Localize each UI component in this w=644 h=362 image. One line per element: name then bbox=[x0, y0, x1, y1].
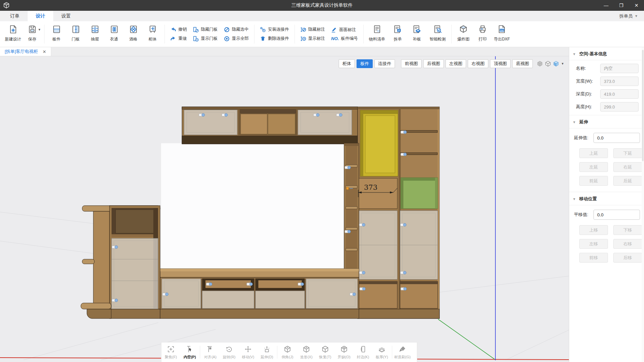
extend-tool[interactable]: 延伸(D) bbox=[257, 342, 276, 362]
user-role-label: 拆单员 bbox=[619, 13, 633, 19]
new-design-button[interactable]: 新建设计 bbox=[3, 21, 23, 47]
bom-button[interactable]: 物料清单 bbox=[366, 21, 388, 47]
show-dimension-button[interactable]: 显示标注 bbox=[300, 36, 325, 42]
clothes-rail-button[interactable]: 衣通 bbox=[104, 21, 124, 47]
tab-order[interactable]: 订单 bbox=[2, 11, 28, 21]
install-connector-button[interactable]: 安装连接件 bbox=[260, 27, 289, 33]
move-value-input[interactable] bbox=[593, 210, 640, 220]
hide-selected-button[interactable]: 隐藏选中 bbox=[224, 27, 249, 33]
move-front-button[interactable]: 前移 bbox=[579, 253, 608, 263]
save-button[interactable]: ▼ 保存 bbox=[23, 21, 42, 47]
patch-panel-button[interactable]: 补板 bbox=[407, 21, 427, 47]
section-header-move[interactable]: ▼ 移动位置 bbox=[569, 192, 644, 205]
hide-dimension-button[interactable]: 隐藏标注 bbox=[300, 27, 325, 33]
scrollbar-thumb[interactable] bbox=[642, 50, 644, 161]
width-field[interactable] bbox=[600, 77, 639, 86]
split-order-icon bbox=[393, 24, 402, 35]
shape-tool[interactable]: 造形(X) bbox=[297, 342, 316, 362]
chevron-down-icon[interactable]: ▼ bbox=[573, 197, 576, 201]
mode-panel-button[interactable]: 板件 bbox=[357, 59, 373, 68]
focus-icon bbox=[167, 345, 175, 353]
extend-down-button[interactable]: 下延 bbox=[613, 148, 642, 158]
document-tab[interactable]: [拆单]客厅电视柜 ✕ bbox=[0, 47, 51, 56]
render-wireframe-cube-icon[interactable] bbox=[545, 60, 551, 67]
mode-cabinet-button[interactable]: 柜体 bbox=[339, 59, 355, 68]
cabinet-body-button[interactable]: 柜体 bbox=[143, 21, 162, 47]
tab-design[interactable]: 设计 bbox=[28, 11, 53, 21]
material-brush-tool[interactable]: 材质刷(G) bbox=[393, 342, 412, 362]
highlight-green-cell[interactable] bbox=[401, 178, 438, 209]
view-left-button[interactable]: 左视图 bbox=[446, 59, 466, 68]
extend-up-button[interactable]: 上延 bbox=[579, 148, 608, 158]
restore-tool[interactable]: 恢复(T) bbox=[316, 342, 335, 362]
move-down-button[interactable]: 下移 bbox=[613, 225, 642, 235]
show-door-button[interactable]: 显示门板 bbox=[193, 36, 218, 42]
split-order-button[interactable]: 拆单 bbox=[388, 21, 407, 47]
section-header-extend[interactable]: ▼ 延伸 bbox=[569, 115, 644, 128]
print-button[interactable]: 打印 bbox=[473, 21, 492, 47]
chamfer-tool[interactable]: 倒角(J) bbox=[278, 342, 297, 362]
tall-cabinet-right[interactable] bbox=[358, 107, 439, 319]
scrollbar[interactable] bbox=[642, 47, 644, 362]
drawer-button[interactable]: 抽屉 bbox=[85, 21, 104, 47]
middle-shelf-column[interactable] bbox=[344, 143, 359, 271]
ribbon-toolbar: 新建设计 ▼ 保存 板件 bbox=[0, 21, 644, 47]
move-up-button[interactable]: 上移 bbox=[579, 225, 608, 235]
move-back-button[interactable]: 后移 bbox=[613, 253, 642, 263]
chevron-down-icon[interactable]: ▼ bbox=[573, 52, 576, 56]
mode-connector-button[interactable]: 连接件 bbox=[374, 59, 395, 68]
extend-right-button[interactable]: 右延 bbox=[613, 162, 642, 172]
view-back-button[interactable]: 后视图 bbox=[423, 59, 444, 68]
redo-button[interactable]: 重做 bbox=[170, 36, 187, 42]
inner-space-tool[interactable]: 内空(P) bbox=[180, 342, 199, 362]
view-bottom-button[interactable]: 底视图 bbox=[512, 59, 533, 68]
view-front-button[interactable]: 前视图 bbox=[401, 59, 422, 68]
render-shaded-cube-icon[interactable] bbox=[553, 60, 559, 67]
height-field[interactable] bbox=[600, 102, 639, 112]
tab-settings[interactable]: 设置 bbox=[53, 11, 79, 21]
move-left-button[interactable]: 左移 bbox=[579, 239, 608, 249]
focus-tool[interactable]: 聚焦(F) bbox=[161, 342, 180, 362]
door-panel-button[interactable]: 门板 bbox=[66, 21, 85, 47]
section-header-basic-info[interactable]: ▼ 空间-基本信息 bbox=[569, 47, 644, 60]
view-right-button[interactable]: 右视图 bbox=[468, 59, 488, 68]
tv-bench[interactable] bbox=[160, 269, 359, 319]
save-dropdown-caret[interactable]: ▼ bbox=[38, 28, 41, 31]
undo-button[interactable]: 撤销 bbox=[170, 27, 187, 33]
name-field[interactable] bbox=[600, 64, 639, 73]
render-style-caret[interactable]: ▼ bbox=[561, 62, 564, 65]
align-tool[interactable]: 对齐(A) bbox=[201, 342, 220, 362]
highlight-yellow-cell[interactable] bbox=[360, 110, 398, 176]
extend-left-button[interactable]: 左延 bbox=[579, 162, 608, 172]
user-role-dropdown[interactable]: 拆单员 ▼ bbox=[619, 11, 638, 21]
export-dxf-button[interactable]: DXF 导出DXF bbox=[492, 21, 512, 47]
panel-number-button[interactable]: NO. 板件编号 bbox=[331, 36, 358, 41]
wall-cabinet-row[interactable] bbox=[182, 107, 358, 144]
delete-connector-button[interactable]: 删除连接件 bbox=[260, 36, 289, 42]
extend-back-button[interactable]: 后延 bbox=[613, 176, 642, 186]
redo-icon bbox=[170, 36, 176, 42]
viewport-3d[interactable]: 373 柜体 板件 连接件 前视图 后视图 左视图 右视图 顶视图 底视图 bbox=[0, 56, 569, 362]
left-cabinet[interactable] bbox=[81, 206, 160, 319]
show-all-button[interactable]: 显示全部 bbox=[224, 36, 249, 42]
chevron-down-icon[interactable]: ▼ bbox=[573, 120, 576, 124]
wine-rack-button[interactable]: 酒格 bbox=[124, 21, 143, 47]
depth-field[interactable] bbox=[600, 89, 639, 99]
move-right-button[interactable]: 右移 bbox=[613, 239, 642, 249]
extend-front-button[interactable]: 前延 bbox=[579, 176, 608, 186]
hide-door-button[interactable]: 隐藏门板 bbox=[193, 27, 218, 33]
rotate-tool[interactable]: 旋转(R) bbox=[220, 342, 239, 362]
extend-value-input[interactable] bbox=[593, 133, 640, 143]
field-name: 名称: bbox=[576, 64, 644, 73]
smart-check-button[interactable]: 智能检测 bbox=[427, 21, 449, 47]
move-tool[interactable]: 移动(V) bbox=[239, 342, 257, 362]
view-top-button[interactable]: 顶视图 bbox=[490, 59, 511, 68]
panel-thickness-tool[interactable]: 板厚(Y) bbox=[372, 342, 391, 362]
close-icon[interactable]: ✕ bbox=[42, 49, 46, 54]
panel-button[interactable]: 板件 bbox=[47, 21, 66, 47]
edge-banding-tool[interactable]: 封边(K) bbox=[354, 342, 372, 362]
explode-view-button[interactable]: 爆炸图 bbox=[454, 21, 473, 47]
render-solid-cube-icon[interactable] bbox=[536, 60, 543, 67]
face-dimension-button[interactable]: 面面标注 bbox=[331, 27, 358, 33]
notch-tool[interactable]: 开缺(O) bbox=[335, 342, 354, 362]
